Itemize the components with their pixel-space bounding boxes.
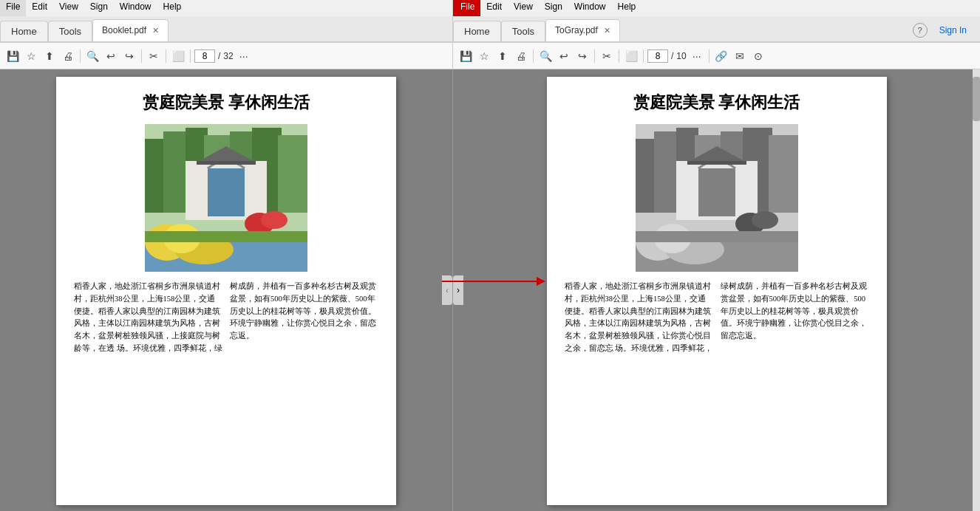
help-icon[interactable]: ? (913, 23, 928, 38)
left-toolbar: 💾 ☆ ⬆ 🖨 🔍 ↩ ↪ ✂ ⬜ / 32 ··· (0, 43, 453, 69)
right-pdf-page: 赏庭院美景 享休闲生活 (547, 77, 887, 505)
right-pdf-image (636, 124, 798, 272)
menu-help-left[interactable]: Help (157, 0, 188, 16)
cut-icon-r[interactable]: ✂ (599, 48, 615, 64)
menu-file-right[interactable]: File (455, 0, 480, 16)
togray-tab-label: ToGray.pdf (555, 25, 598, 35)
page-sep-left: / (218, 51, 220, 61)
print-icon-r[interactable]: 🖨 (513, 48, 529, 64)
more-left[interactable]: ··· (236, 48, 252, 64)
right-pdf-body: 稻香人家，地处浙江省桐乡市洲泉镇道村村，距杭州38公里，上海158公里，交通便捷… (565, 281, 869, 355)
left-body-text1: 稻香人家，地处浙江省桐乡市洲泉镇道村村，距杭州38公里，上海158公里，交通便捷… (74, 282, 220, 352)
redo-icon[interactable]: ↪ (121, 48, 137, 64)
sep1 (80, 49, 81, 63)
menu-file-left[interactable]: File (0, 0, 26, 16)
left-pdf-body: 稻香人家，地处浙江省桐乡市洲泉镇道村村，距杭州38公里，上海158公里，交通便捷… (74, 281, 378, 355)
booklet-tab[interactable]: Booklet.pdf ✕ (92, 19, 169, 41)
save-icon[interactable]: 💾 (4, 48, 21, 64)
page-input-left[interactable] (194, 49, 215, 63)
home-tab-right[interactable]: Home (453, 21, 501, 41)
togray-tab-close[interactable]: ✕ (604, 26, 610, 35)
right-scrollbar-thumb[interactable] (973, 77, 980, 121)
svg-rect-9 (208, 168, 245, 216)
save-icon-r[interactable]: 💾 (457, 48, 474, 64)
togray-tab[interactable]: ToGray.pdf ✕ (545, 19, 620, 41)
right-scrollbar-track[interactable] (973, 69, 980, 511)
undo-icon[interactable]: ↩ (103, 48, 119, 64)
left-collapse-handle[interactable]: ‹ (442, 275, 452, 305)
menu-view-left[interactable]: View (53, 0, 84, 16)
svg-rect-21 (654, 131, 680, 213)
svg-rect-18 (145, 231, 307, 242)
bookmark-icon-r[interactable]: ☆ (476, 48, 492, 64)
tools-tab-left[interactable]: Tools (48, 21, 92, 41)
page-indicator-right: / 10 (647, 49, 687, 63)
right-collapse-handle[interactable]: › (453, 275, 463, 305)
menu-window-left[interactable]: Window (114, 0, 157, 16)
booklet-tab-label: Booklet.pdf (102, 25, 146, 35)
screenshot-icon-r[interactable]: ⬜ (623, 48, 639, 64)
undo-icon-r[interactable]: ↩ (556, 48, 572, 64)
svg-point-36 (752, 211, 778, 229)
redo-icon-r[interactable]: ↪ (574, 48, 591, 64)
booklet-tab-close[interactable]: ✕ (152, 26, 159, 35)
page-indicator-left: / 32 (194, 49, 234, 63)
menu-help-right[interactable]: Help (612, 0, 642, 16)
cut-icon[interactable]: ✂ (146, 48, 162, 64)
right-extra-controls: ? Sign In (907, 22, 980, 38)
zoom-out-icon[interactable]: 🔍 (84, 48, 101, 64)
svg-rect-28 (698, 168, 735, 216)
right-menu-bar: File Edit View Sign Window Help (453, 0, 980, 16)
left-tab-bar: Home Tools Booklet.pdf ✕ (0, 16, 453, 41)
link-icon-r[interactable]: 🔗 (713, 48, 729, 64)
tab-row: Home Tools Booklet.pdf ✕ Home Tools ToGr… (0, 16, 980, 43)
svg-rect-2 (163, 131, 189, 213)
main-content: ‹ 赏庭院美景 享休闲生活 (0, 69, 980, 511)
toolbar-row: 💾 ☆ ⬆ 🖨 🔍 ↩ ↪ ✂ ⬜ / 32 ··· 💾 ☆ ⬆ 🖨 (0, 43, 980, 69)
svg-point-17 (261, 211, 287, 229)
mail-icon-r[interactable]: ✉ (732, 48, 748, 64)
sep2 (141, 49, 142, 63)
sep1r (533, 49, 534, 63)
page-total-left: 32 (223, 51, 233, 61)
svg-rect-26 (769, 135, 798, 213)
svg-rect-7 (278, 135, 307, 213)
screenshot-icon[interactable]: ⬜ (170, 48, 186, 64)
right-toolbar: 💾 ☆ ⬆ 🖨 🔍 ↩ ↪ ✂ ⬜ / 10 ··· 🔗 ✉ ⊙ (453, 43, 980, 69)
print-icon[interactable]: 🖨 (60, 48, 76, 64)
zoom-out-icon-r[interactable]: 🔍 (537, 48, 554, 64)
menu-view-right[interactable]: View (508, 0, 539, 16)
tools-tab-right[interactable]: Tools (501, 21, 545, 41)
left-pdf-image (145, 124, 307, 272)
page-sep-right: / (671, 51, 673, 61)
upload-icon-r[interactable]: ⬆ (494, 48, 511, 64)
right-body-text2: 场。环境优雅，四季鲜花，绿树成荫，并植有一百多种名杉古树及观赏盆景，如有500年… (615, 282, 866, 352)
more-right[interactable]: ··· (689, 48, 705, 64)
svg-rect-30 (687, 161, 746, 165)
sep5r (709, 49, 710, 63)
menu-sign-left[interactable]: Sign (84, 0, 114, 16)
menu-edit-left[interactable]: Edit (26, 0, 53, 16)
menu-window-right[interactable]: Window (568, 0, 612, 16)
sep4r (643, 49, 644, 63)
sep3r (619, 49, 619, 63)
menu-edit-right[interactable]: Edit (480, 0, 508, 16)
menu-row: File Edit View Sign Window Help File Edi… (0, 0, 980, 16)
right-pdf-pane: › 赏庭院美景 享休闲生活 (453, 69, 980, 511)
left-pdf-page: 赏庭院美景 享休闲生活 (56, 77, 396, 505)
left-body-text2: 场。环境优雅，四季鲜花，绿树成荫，并植有一百多种名杉古树及观赏盆景，如有500年… (117, 282, 376, 352)
share-icon-r[interactable]: ⊙ (750, 48, 766, 64)
bookmark-icon[interactable]: ☆ (23, 48, 39, 64)
right-tab-bar: Home Tools ToGray.pdf ✕ ? Sign In (453, 16, 980, 41)
sign-in-button[interactable]: Sign In (932, 22, 974, 38)
menu-sign-right[interactable]: Sign (539, 0, 568, 16)
sep3 (166, 49, 166, 63)
page-input-right[interactable] (647, 49, 668, 63)
home-tab-left[interactable]: Home (0, 21, 48, 41)
left-menu-bar: File Edit View Sign Window Help (0, 0, 453, 16)
upload-icon[interactable]: ⬆ (41, 48, 58, 64)
svg-rect-37 (636, 231, 798, 242)
sep2r (594, 49, 595, 63)
left-pdf-pane: ‹ 赏庭院美景 享休闲生活 (0, 69, 453, 511)
svg-rect-11 (197, 161, 256, 165)
